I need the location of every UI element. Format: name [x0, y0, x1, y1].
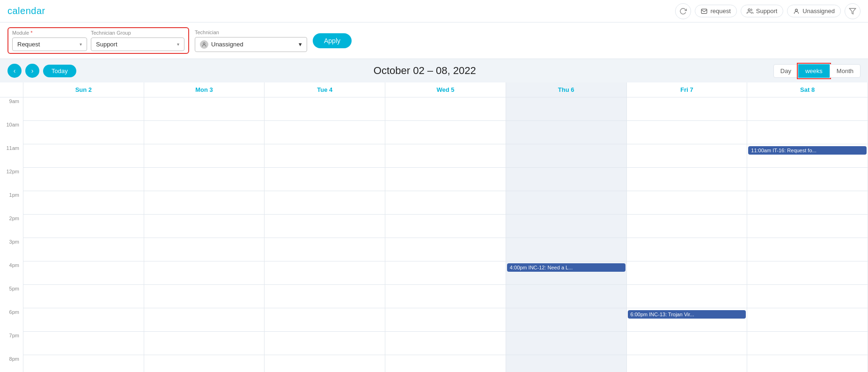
cal-cell-tue-4pm[interactable]: [265, 261, 385, 285]
cal-cell-mon-6pm[interactable]: [144, 308, 265, 332]
cal-cell-sat-12pm[interactable]: [747, 168, 868, 191]
cal-cell-mon-8pm[interactable]: [144, 355, 265, 372]
cal-cell-sun-8pm[interactable]: [23, 355, 144, 372]
cal-cell-sat-7pm[interactable]: [747, 332, 868, 355]
cal-cell-thu-2pm[interactable]: [506, 215, 627, 238]
cal-cell-mon-2pm[interactable]: [144, 215, 265, 238]
cal-cell-mon-9am[interactable]: [144, 97, 265, 121]
weeks-view-button[interactable]: weeks: [798, 64, 830, 78]
filter-button[interactable]: [845, 3, 861, 19]
cal-cell-fri-9am[interactable]: [627, 97, 748, 121]
cal-cell-wed-1pm[interactable]: [385, 191, 506, 215]
cal-cell-fri-7pm[interactable]: [627, 332, 748, 355]
cal-cell-sun-5pm[interactable]: [23, 285, 144, 308]
cal-cell-tue-11am[interactable]: [265, 144, 385, 168]
cal-cell-mon-3pm[interactable]: [144, 238, 265, 261]
cal-cell-sun-3pm[interactable]: [23, 238, 144, 261]
cal-cell-thu-4pm[interactable]: 4:00pm INC-12: Need a L...: [506, 261, 627, 285]
cal-cell-fri-2pm[interactable]: [627, 215, 748, 238]
cal-cell-sat-11am[interactable]: 11:00am IT-16: Request fo...: [747, 144, 868, 168]
cal-cell-wed-5pm[interactable]: [385, 285, 506, 308]
cal-cell-sun-2pm[interactable]: [23, 215, 144, 238]
cal-cell-thu-9am[interactable]: [506, 97, 627, 121]
cal-cell-sat-5pm[interactable]: [747, 285, 868, 308]
cal-cell-mon-5pm[interactable]: [144, 285, 265, 308]
cal-cell-mon-4pm[interactable]: [144, 261, 265, 285]
cal-cell-sun-9am[interactable]: [23, 97, 144, 121]
cal-cell-thu-8pm[interactable]: [506, 355, 627, 372]
cal-cell-sun-12pm[interactable]: [23, 168, 144, 191]
cal-cell-thu-3pm[interactable]: [506, 238, 627, 261]
cal-cell-sat-6pm[interactable]: [747, 308, 868, 332]
cal-cell-fri-10am[interactable]: [627, 121, 748, 144]
cal-cell-fri-5pm[interactable]: [627, 285, 748, 308]
cal-cell-thu-11am[interactable]: [506, 144, 627, 168]
cal-cell-sat-9am[interactable]: [747, 97, 868, 121]
next-button[interactable]: ›: [25, 64, 39, 78]
cal-cell-tue-5pm[interactable]: [265, 285, 385, 308]
cal-cell-mon-11am[interactable]: [144, 144, 265, 168]
cal-cell-thu-6pm[interactable]: [506, 308, 627, 332]
cal-cell-sun-11am[interactable]: [23, 144, 144, 168]
support-chip[interactable]: Support: [741, 5, 784, 17]
cal-cell-fri-12pm[interactable]: [627, 168, 748, 191]
cal-cell-fri-8pm[interactable]: [627, 355, 748, 372]
request-chip[interactable]: request: [695, 5, 736, 17]
cal-cell-mon-1pm[interactable]: [144, 191, 265, 215]
event-fri-6pm[interactable]: 6:00pm INC-13: Trojan Vir...: [628, 310, 746, 319]
cal-cell-fri-1pm[interactable]: [627, 191, 748, 215]
day-view-button[interactable]: Day: [773, 64, 798, 78]
cal-cell-thu-7pm[interactable]: [506, 332, 627, 355]
cal-cell-thu-1pm[interactable]: [506, 191, 627, 215]
cal-cell-tue-1pm[interactable]: [265, 191, 385, 215]
cal-cell-wed-12pm[interactable]: [385, 168, 506, 191]
cal-cell-wed-3pm[interactable]: [385, 238, 506, 261]
cal-cell-tue-3pm[interactable]: [265, 238, 385, 261]
cal-cell-sat-3pm[interactable]: [747, 238, 868, 261]
module-select[interactable]: Request ▾: [12, 37, 87, 51]
unassigned-chip[interactable]: Unassigned: [787, 5, 841, 17]
prev-button[interactable]: ‹: [7, 64, 22, 78]
cal-cell-wed-7pm[interactable]: [385, 332, 506, 355]
technician-select[interactable]: Unassigned ▾: [195, 37, 307, 52]
cal-cell-mon-10am[interactable]: [144, 121, 265, 144]
cal-cell-sat-2pm[interactable]: [747, 215, 868, 238]
cal-cell-sat-4pm[interactable]: [747, 261, 868, 285]
apply-button[interactable]: Apply: [313, 33, 352, 48]
cal-cell-wed-9am[interactable]: [385, 97, 506, 121]
cal-cell-wed-6pm[interactable]: [385, 308, 506, 332]
cal-cell-fri-4pm[interactable]: [627, 261, 748, 285]
refresh-button[interactable]: [675, 3, 691, 19]
cal-cell-wed-2pm[interactable]: [385, 215, 506, 238]
tech-group-select[interactable]: Support ▾: [91, 37, 184, 51]
cal-cell-sun-10am[interactable]: [23, 121, 144, 144]
cal-cell-tue-9am[interactable]: [265, 97, 385, 121]
cal-cell-sat-1pm[interactable]: [747, 191, 868, 215]
cal-cell-sun-6pm[interactable]: [23, 308, 144, 332]
cal-cell-thu-12pm[interactable]: [506, 168, 627, 191]
cal-cell-sun-1pm[interactable]: [23, 191, 144, 215]
cal-cell-wed-11am[interactable]: [385, 144, 506, 168]
cal-cell-wed-4pm[interactable]: [385, 261, 506, 285]
cal-cell-sat-8pm[interactable]: [747, 355, 868, 372]
cal-cell-fri-11am[interactable]: [627, 144, 748, 168]
month-view-button[interactable]: Month: [830, 64, 861, 78]
cal-cell-fri-3pm[interactable]: [627, 238, 748, 261]
cal-cell-thu-10am[interactable]: [506, 121, 627, 144]
today-button[interactable]: Today: [43, 65, 76, 77]
cal-cell-fri-6pm[interactable]: 6:00pm INC-13: Trojan Vir...: [627, 308, 748, 332]
cal-cell-sun-7pm[interactable]: [23, 332, 144, 355]
cal-cell-tue-2pm[interactable]: [265, 215, 385, 238]
cal-cell-wed-10am[interactable]: [385, 121, 506, 144]
cal-cell-sat-10am[interactable]: [747, 121, 868, 144]
cal-cell-tue-10am[interactable]: [265, 121, 385, 144]
cal-cell-mon-12pm[interactable]: [144, 168, 265, 191]
cal-cell-thu-5pm[interactable]: [506, 285, 627, 308]
event-thu-4pm[interactable]: 4:00pm INC-12: Need a L...: [507, 263, 625, 272]
cal-cell-tue-6pm[interactable]: [265, 308, 385, 332]
cal-cell-tue-7pm[interactable]: [265, 332, 385, 355]
cal-cell-mon-7pm[interactable]: [144, 332, 265, 355]
cal-cell-tue-8pm[interactable]: [265, 355, 385, 372]
cal-cell-tue-12pm[interactable]: [265, 168, 385, 191]
cal-cell-sun-4pm[interactable]: [23, 261, 144, 285]
